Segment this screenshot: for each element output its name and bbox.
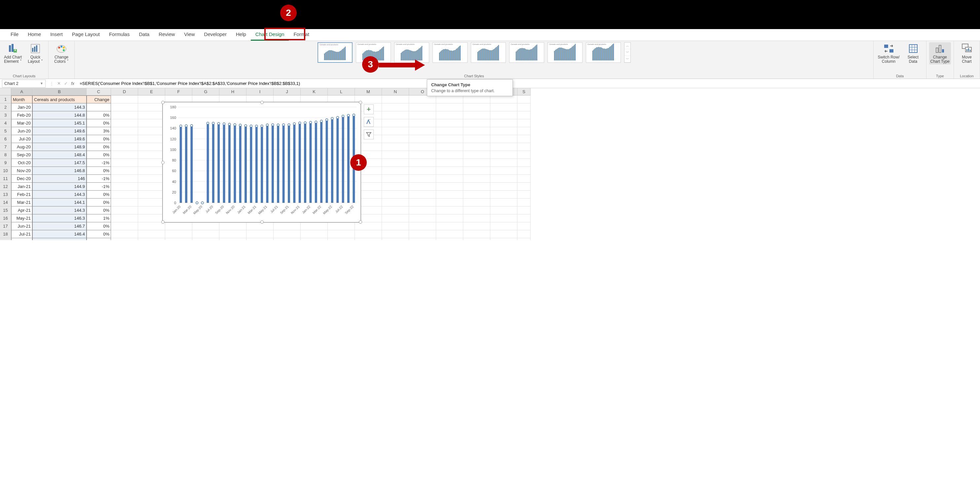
cell-C12[interactable]: -1%: [87, 183, 111, 191]
cell-P7[interactable]: [436, 143, 463, 151]
change-chart-type-button[interactable]: Change Chart Type: [929, 42, 951, 64]
tab-view[interactable]: View: [180, 29, 199, 41]
svg-point-59[interactable]: [234, 124, 236, 126]
cell-G18[interactable]: [192, 230, 220, 238]
cell-M19[interactable]: [355, 238, 382, 240]
cell-Q12[interactable]: [463, 183, 490, 191]
cell-O17[interactable]: [409, 223, 436, 230]
chart-bar-May-21[interactable]: [266, 125, 269, 203]
cell-B10[interactable]: 146.8: [32, 167, 87, 175]
col-header-M[interactable]: M: [355, 88, 382, 95]
cell-A2[interactable]: Jan-20: [11, 103, 32, 111]
svg-point-51[interactable]: [190, 124, 192, 127]
cell-D8[interactable]: [111, 151, 138, 159]
chart-elements-button[interactable]: +: [364, 104, 374, 114]
chart-bar-Jul-21[interactable]: [277, 125, 279, 203]
select-all-corner[interactable]: [0, 88, 11, 95]
cell-A11[interactable]: Dec-20: [11, 175, 32, 183]
cell-A12[interactable]: Jan-21: [11, 183, 32, 191]
cell-A7[interactable]: Aug-20: [11, 143, 32, 151]
cell-B16[interactable]: 146.3: [32, 215, 87, 223]
cell-D15[interactable]: [111, 207, 138, 215]
cell-C10[interactable]: 0%: [87, 167, 111, 175]
cell-B18[interactable]: 146.4: [32, 230, 87, 238]
cell-A14[interactable]: Mar-21: [11, 199, 32, 207]
row-header-7[interactable]: 7: [0, 143, 11, 151]
tab-formulas[interactable]: Formulas: [104, 29, 134, 41]
cell-N5[interactable]: [382, 127, 409, 135]
cell-P10[interactable]: [436, 167, 463, 175]
cell-R8[interactable]: [490, 151, 517, 159]
cell-P16[interactable]: [436, 215, 463, 223]
cell-D1[interactable]: [111, 95, 138, 103]
cell-N9[interactable]: [382, 159, 409, 167]
cell-E7[interactable]: [138, 143, 165, 151]
cell-F18[interactable]: [165, 230, 192, 238]
svg-point-55[interactable]: [212, 122, 215, 124]
svg-point-62[interactable]: [250, 125, 252, 127]
cell-B7[interactable]: 148.9: [32, 143, 87, 151]
cell-N2[interactable]: [382, 103, 409, 111]
cell-G19[interactable]: [192, 238, 220, 240]
cell-C17[interactable]: 0%: [87, 223, 111, 230]
svg-point-56[interactable]: [217, 122, 220, 125]
cell-P6[interactable]: [436, 135, 463, 143]
cell-S12[interactable]: [517, 183, 531, 191]
cell-G17[interactable]: [192, 223, 220, 230]
chart-bar-Nov-20[interactable]: [234, 124, 236, 203]
cell-Q4[interactable]: [463, 119, 490, 127]
col-header-S[interactable]: S: [517, 88, 531, 95]
chart-styles-button[interactable]: [364, 117, 374, 127]
cell-D9[interactable]: [111, 159, 138, 167]
chart-bar-Jun-21[interactable]: [272, 125, 274, 203]
row-header-15[interactable]: 15: [0, 207, 11, 215]
col-header-I[interactable]: I: [247, 88, 274, 95]
cell-Q2[interactable]: [463, 103, 490, 111]
col-header-L[interactable]: L: [328, 88, 355, 95]
svg-point-77[interactable]: [331, 117, 333, 119]
cell-D14[interactable]: [111, 199, 138, 207]
cell-N10[interactable]: [382, 167, 409, 175]
cell-O8[interactable]: [409, 151, 436, 159]
chart-styles-scroll-1[interactable]: ﹀: [624, 49, 630, 56]
cell-S1[interactable]: [517, 95, 531, 103]
cell-L18[interactable]: [328, 230, 355, 238]
cell-K18[interactable]: [301, 230, 328, 238]
cell-Q11[interactable]: [463, 175, 490, 183]
cell-N14[interactable]: [382, 199, 409, 207]
cell-R13[interactable]: [490, 191, 517, 199]
row-header-5[interactable]: 5: [0, 127, 11, 135]
chart-bar-Sep-20[interactable]: [223, 124, 225, 203]
cell-O12[interactable]: [409, 183, 436, 191]
cell-B17[interactable]: 146.7: [32, 223, 87, 230]
row-header-9[interactable]: 9: [0, 159, 11, 167]
chart-bar-Aug-22[interactable]: [347, 116, 350, 203]
cell-B2[interactable]: 144.3: [32, 103, 87, 111]
cell-N4[interactable]: [382, 119, 409, 127]
cell-P15[interactable]: [436, 207, 463, 215]
chart-bar-Jul-22[interactable]: [342, 116, 344, 203]
cell-R6[interactable]: [490, 135, 517, 143]
cell-O4[interactable]: [409, 119, 436, 127]
chart-bar-Oct-20[interactable]: [228, 124, 231, 203]
chart-bar-Mar-20[interactable]: [190, 126, 192, 203]
cell-E14[interactable]: [138, 199, 165, 207]
cell-O15[interactable]: [409, 207, 436, 215]
svg-point-69[interactable]: [288, 124, 290, 126]
cell-P2[interactable]: [436, 103, 463, 111]
cell-D17[interactable]: [111, 223, 138, 230]
cell-H17[interactable]: [220, 223, 247, 230]
cell-B3[interactable]: 144.8: [32, 111, 87, 119]
cell-Q8[interactable]: [463, 151, 490, 159]
cell-A8[interactable]: Sep-20: [11, 151, 32, 159]
cell-I19[interactable]: [247, 238, 274, 240]
cell-O14[interactable]: [409, 199, 436, 207]
cell-R3[interactable]: [490, 111, 517, 119]
cell-O10[interactable]: [409, 167, 436, 175]
cell-P19[interactable]: [436, 238, 463, 240]
fx-dropdown-icon[interactable]: ⋮: [49, 81, 54, 86]
chart-bar-Nov-21[interactable]: [299, 123, 301, 203]
enter-icon[interactable]: ✓: [64, 81, 68, 86]
chart-bar-Jun-20[interactable]: [207, 123, 209, 203]
cell-D10[interactable]: [111, 167, 138, 175]
